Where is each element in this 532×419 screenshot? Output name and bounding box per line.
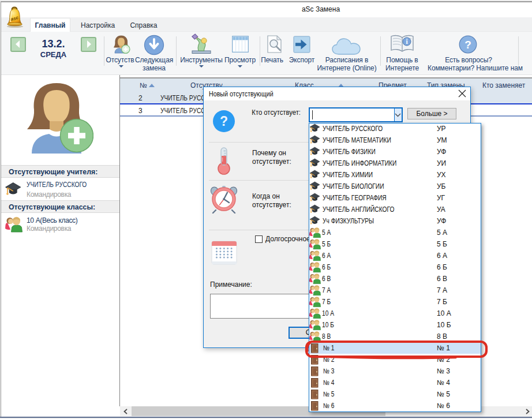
svg-text:?: ? <box>220 114 228 129</box>
svg-text:?: ? <box>464 39 471 51</box>
